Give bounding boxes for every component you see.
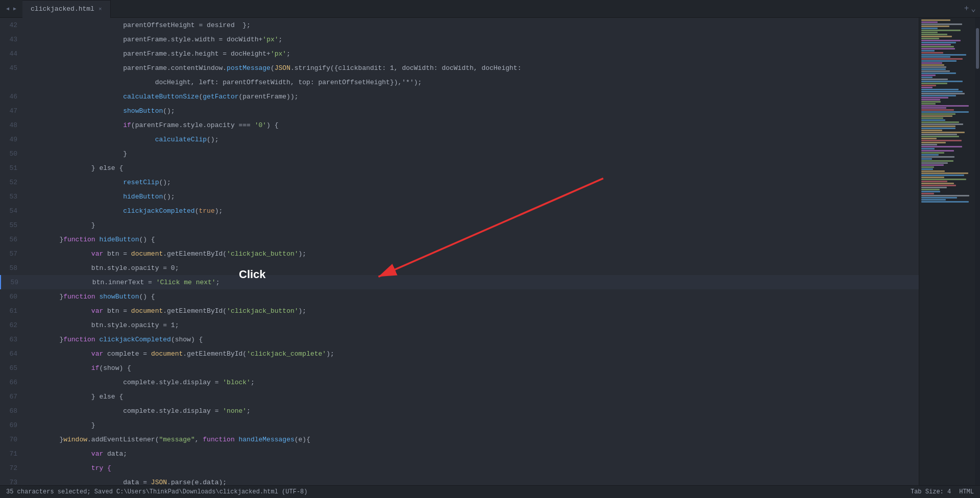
line-content: docHeight, left: parentOffsetWidth, top:… — [26, 79, 919, 86]
scrollbar-thumb[interactable] — [976, 28, 979, 69]
line-number: 69 — [0, 421, 26, 429]
code-line: 70 }window.addEventListener("message", f… — [0, 432, 919, 446]
line-number: 43 — [0, 36, 26, 43]
status-bar: 35 characters selected; Saved C:\Users\T… — [0, 485, 980, 498]
line-content: clickjackCompleted(true); — [26, 207, 919, 215]
line-number: 63 — [0, 336, 26, 343]
line-number: 42 — [0, 21, 26, 29]
tab-bar-right: + ⌄ — [964, 4, 980, 14]
code-line: 57 var btn = document.getElementById('cl… — [0, 246, 919, 261]
line-number: 67 — [0, 393, 26, 401]
line-content: } — [26, 221, 919, 229]
line-number: 52 — [0, 179, 26, 186]
line-content: var complete = document.getElementById('… — [26, 350, 919, 358]
tab-arrow-right[interactable]: ▶ — [11, 6, 18, 12]
line-content: } else { — [26, 164, 919, 172]
line-content: if(parentFrame.style.opacity === '0') { — [26, 121, 919, 129]
tab-title: clickjacked.html — [31, 5, 94, 13]
line-content: resetClip(); — [26, 179, 919, 186]
status-right: Tab Size: 4 HTML — [911, 488, 974, 495]
code-line: 65 if(show) { — [0, 361, 919, 375]
code-line: 46 calculateButtonSize(getFactor(parentF… — [0, 89, 919, 104]
code-line: 59 btn.innerText = 'Click me next'; — [0, 275, 919, 289]
tab-arrow-left[interactable]: ◀ — [4, 6, 11, 12]
line-number: 71 — [0, 450, 26, 458]
line-content: showButton(); — [26, 107, 919, 115]
line-content: calculateClip(); — [26, 136, 919, 143]
line-number: 65 — [0, 364, 26, 372]
code-line: 64 var complete = document.getElementByI… — [0, 346, 919, 361]
line-number: 50 — [0, 150, 26, 158]
line-content: }function hideButton() { — [26, 236, 919, 243]
code-line: 49 calculateClip(); — [0, 132, 919, 146]
line-content: data = JSON.parse(e.data); — [26, 479, 919, 486]
line-content: } — [26, 421, 919, 429]
line-number: 45 — [0, 64, 26, 72]
line-number: 72 — [0, 464, 26, 472]
line-content: hideButton(); — [26, 193, 919, 201]
code-line: 42 parentOffsetHeight = desired }; — [0, 18, 919, 32]
active-tab[interactable]: clickjacked.html × — [22, 0, 110, 18]
tab-close-button[interactable]: × — [99, 6, 102, 12]
minimap — [919, 18, 975, 485]
code-line: 66 complete.style.display = 'block'; — [0, 375, 919, 389]
minimap-content — [919, 18, 975, 204]
code-line: 44 parentFrame.style.height = docHeight+… — [0, 46, 919, 61]
line-number: 56 — [0, 236, 26, 243]
line-number: 55 — [0, 221, 26, 229]
line-content: complete.style.display = 'block'; — [26, 379, 919, 386]
line-content: parentFrame.contentWindow.postMessage(JS… — [26, 64, 919, 72]
line-number: 57 — [0, 250, 26, 258]
line-content: btn.innerText = 'Click me next'; — [27, 279, 919, 286]
line-content: if(show) { — [26, 364, 919, 372]
code-line: 56 }function hideButton() { — [0, 232, 919, 246]
line-number: 73 — [0, 479, 26, 486]
code-line: 63 }function clickjackCompleted(show) { — [0, 332, 919, 346]
code-line: 43 parentFrame.style.width = docWidth+'p… — [0, 32, 919, 46]
line-content: btn.style.opacity = 0; — [26, 264, 919, 272]
line-content: complete.style.display = 'none'; — [26, 407, 919, 415]
line-content: }function clickjackCompleted(show) { — [26, 336, 919, 343]
code-editor[interactable]: 42 parentOffsetHeight = desired };43 par… — [0, 18, 919, 485]
line-number: 54 — [0, 207, 26, 215]
line-number: 61 — [0, 307, 26, 315]
code-line: 72 try { — [0, 461, 919, 475]
status-language: HTML — [959, 488, 974, 495]
code-line: 50 } — [0, 146, 919, 161]
line-content: } — [26, 150, 919, 158]
line-content: parentOffsetHeight = desired }; — [26, 21, 919, 29]
code-line: 53 hideButton(); — [0, 189, 919, 204]
line-content: var data; — [26, 450, 919, 458]
line-content: parentFrame.style.height = docHeight+'px… — [26, 50, 919, 58]
line-content: }function showButton() { — [26, 293, 919, 301]
line-content: calculateButtonSize(getFactor(parentFram… — [26, 93, 919, 101]
main-area: 42 parentOffsetHeight = desired };43 par… — [0, 18, 980, 485]
line-number: 53 — [0, 193, 26, 201]
line-number: 48 — [0, 121, 26, 129]
line-number: 66 — [0, 379, 26, 386]
line-number: 46 — [0, 93, 26, 101]
new-tab-icon[interactable]: + — [964, 4, 969, 13]
code-line: 52 resetClip(); — [0, 175, 919, 189]
line-content: } else { — [26, 393, 919, 401]
tab-menu-icon[interactable]: ⌄ — [971, 4, 976, 14]
code-line: 58 btn.style.opacity = 0; — [0, 261, 919, 275]
status-tab-size: Tab Size: 4 — [911, 488, 951, 495]
line-content: btn.style.opacity = 1; — [26, 321, 919, 329]
line-number: 59 — [1, 279, 27, 286]
vertical-scrollbar[interactable] — [975, 18, 980, 485]
tab-bar: ◀ ▶ clickjacked.html × + ⌄ — [0, 0, 980, 18]
line-number: 68 — [0, 407, 26, 415]
code-line: 62 btn.style.opacity = 1; — [0, 318, 919, 332]
line-number: 64 — [0, 350, 26, 358]
status-selection-info: 35 characters selected; Saved C:\Users\T… — [6, 488, 308, 495]
line-number: 60 — [0, 293, 26, 301]
code-line: 71 var data; — [0, 446, 919, 461]
code-line: 54 clickjackCompleted(true); — [0, 204, 919, 218]
code-line: 45 parentFrame.contentWindow.postMessage… — [0, 61, 919, 75]
line-content: var btn = document.getElementById('click… — [26, 250, 919, 258]
code-line: 61 var btn = document.getElementById('cl… — [0, 304, 919, 318]
code-line: docHeight, left: parentOffsetWidth, top:… — [0, 75, 919, 89]
line-number: 47 — [0, 107, 26, 115]
line-content: }window.addEventListener("message", func… — [26, 436, 919, 443]
